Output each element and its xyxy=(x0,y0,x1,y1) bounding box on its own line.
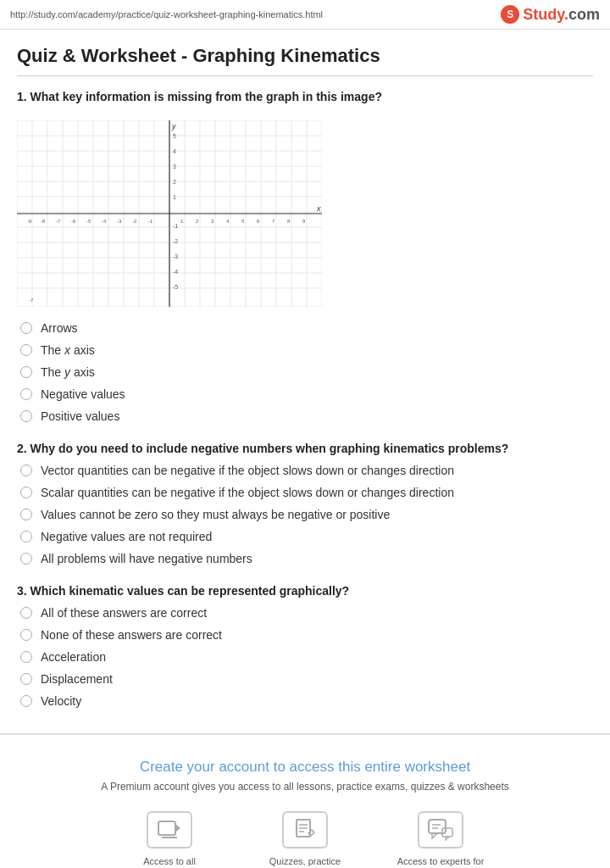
expert-icon xyxy=(418,811,463,849)
question-1-text: 1. What key information is missing from … xyxy=(17,90,593,103)
option-item[interactable]: None of these answers are correct xyxy=(20,628,593,642)
question-2-options: Vector quantities can be negative if the… xyxy=(20,464,593,565)
option-item[interactable]: Velocity xyxy=(20,694,593,708)
logo-text: Study.com xyxy=(523,6,600,24)
option-item[interactable]: Arrows xyxy=(20,321,593,335)
radio-button[interactable] xyxy=(20,344,32,356)
svg-rect-71 xyxy=(429,820,446,833)
radio-button[interactable] xyxy=(20,553,32,565)
radio-button[interactable] xyxy=(20,410,32,422)
cta-icon-quizzes: Quizzes, practice exams& worksheets xyxy=(258,811,352,868)
svg-text:2: 2 xyxy=(173,179,176,185)
graph-image: y x 1 2 3 4 5 -1 -2 -3 -4 -5 -9 -8 -7 -6 xyxy=(17,120,322,307)
cta-icons: Access to allvideo lessons Quizzes, prac… xyxy=(17,811,593,868)
cta-section: Create your account to access this entir… xyxy=(0,733,610,868)
svg-text:-6: -6 xyxy=(71,219,76,224)
study-logo: S Study.com xyxy=(501,5,600,24)
svg-text:-7: -7 xyxy=(29,298,34,303)
svg-text:-8: -8 xyxy=(41,219,46,224)
svg-text:-5: -5 xyxy=(173,284,178,290)
svg-marker-65 xyxy=(175,824,180,832)
radio-button[interactable] xyxy=(20,673,32,685)
radio-button[interactable] xyxy=(20,388,32,400)
option-item[interactable]: Displacement xyxy=(20,672,593,686)
question-3: 3. Which kinematic values can be represe… xyxy=(17,584,593,708)
question-2: 2. Why do you need to include negative n… xyxy=(17,442,593,565)
option-item[interactable]: The x axis xyxy=(20,343,593,357)
cta-icon-video-label: Access to allvideo lessons xyxy=(141,855,198,868)
svg-text:3: 3 xyxy=(173,164,176,170)
quiz-icon xyxy=(282,811,328,849)
option-item[interactable]: Scalar quantities can be negative if the… xyxy=(20,486,593,499)
svg-text:x: x xyxy=(316,204,321,213)
option-item[interactable]: Negative values are not required xyxy=(20,530,593,543)
option-item[interactable]: Acceleration xyxy=(20,650,593,664)
cta-title[interactable]: Create your account to access this entir… xyxy=(17,759,593,776)
video-icon xyxy=(147,811,192,849)
svg-text:-5: -5 xyxy=(86,219,92,224)
radio-button[interactable] xyxy=(20,695,32,707)
question-2-text: 2. Why do you need to include negative n… xyxy=(17,442,593,455)
radio-button[interactable] xyxy=(20,465,32,476)
question-3-text: 3. Which kinematic values can be represe… xyxy=(17,584,593,598)
question-3-options: All of these answers are correct None of… xyxy=(20,606,593,708)
svg-text:4: 4 xyxy=(173,148,176,154)
option-item[interactable]: Values cannot be zero so they must alway… xyxy=(20,508,593,521)
svg-text:1: 1 xyxy=(173,194,176,200)
kinematics-graph: y x 1 2 3 4 5 -1 -2 -3 -4 -5 -9 -8 -7 -6 xyxy=(17,120,322,307)
radio-button[interactable] xyxy=(20,509,32,520)
option-item[interactable]: Positive values xyxy=(20,409,593,423)
radio-button[interactable] xyxy=(20,629,32,641)
svg-text:-4: -4 xyxy=(173,269,178,275)
question-1-options: Arrows The x axis The y axis Negative va… xyxy=(20,321,593,423)
svg-text:-7: -7 xyxy=(56,219,61,224)
svg-text:y: y xyxy=(171,122,176,131)
radio-button[interactable] xyxy=(20,322,32,334)
question-1: 1. What key information is missing from … xyxy=(17,90,593,423)
page-title: Quiz & Worksheet - Graphing Kinematics xyxy=(17,45,593,76)
option-item[interactable]: All of these answers are correct xyxy=(20,606,593,620)
svg-text:-2: -2 xyxy=(173,238,178,244)
svg-text:-3: -3 xyxy=(173,253,178,259)
cta-icon-quizzes-label: Quizzes, practice exams& worksheets xyxy=(258,855,352,868)
top-bar: http://study.com/academy/practice/quiz-w… xyxy=(0,0,610,30)
radio-button[interactable] xyxy=(20,607,32,619)
cta-icon-experts-label: Access to experts forhomework questions xyxy=(397,855,485,868)
svg-text:-9: -9 xyxy=(27,219,32,224)
radio-button[interactable] xyxy=(20,487,32,498)
option-item[interactable]: All problems will have negative numbers xyxy=(20,552,593,565)
option-item[interactable]: Negative values xyxy=(20,387,593,401)
svg-text:-4: -4 xyxy=(102,219,107,224)
radio-button[interactable] xyxy=(20,366,32,378)
radio-button[interactable] xyxy=(20,531,32,542)
svg-text:-3: -3 xyxy=(117,219,122,224)
svg-text:-2: -2 xyxy=(132,219,137,224)
cta-subtitle: A Premium account gives you access to al… xyxy=(17,781,593,793)
url-bar: http://study.com/academy/practice/quiz-w… xyxy=(10,9,323,19)
option-item[interactable]: The y axis xyxy=(20,365,593,379)
main-content: Quiz & Worksheet - Graphing Kinematics 1… xyxy=(0,30,610,708)
svg-rect-64 xyxy=(158,821,175,835)
logo-icon: S xyxy=(501,5,519,24)
cta-icon-video: Access to allvideo lessons xyxy=(123,811,216,868)
cta-icon-experts: Access to experts forhomework questions xyxy=(394,811,487,868)
radio-button[interactable] xyxy=(20,651,32,663)
option-item[interactable]: Vector quantities can be negative if the… xyxy=(20,464,593,477)
svg-text:-1: -1 xyxy=(173,223,178,229)
svg-text:5: 5 xyxy=(173,133,176,139)
svg-text:-1: -1 xyxy=(148,219,153,224)
